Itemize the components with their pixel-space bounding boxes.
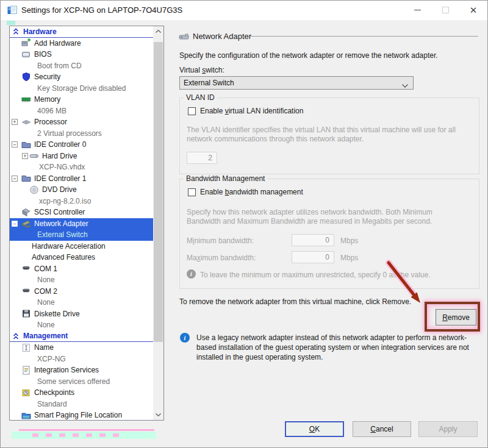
- tree-item-diskette-drive[interactable]: Diskette Drive: [10, 308, 153, 320]
- close-icon[interactable]: ✕: [459, 1, 487, 20]
- virtual-switch-label: Virtual switch:: [179, 66, 224, 74]
- vlan-checkbox-label: Enable virtual LAN identification: [200, 107, 303, 115]
- dvd-drive-icon: [29, 185, 39, 194]
- bandwidth-note: To leave the minimum or maximum unrestri…: [200, 271, 430, 279]
- tree-item-network-adapter[interactable]: −Network Adapter: [10, 218, 153, 230]
- max-bandwidth-unit: Mbps: [340, 254, 358, 262]
- tree-item-subtext-standard: Standard: [10, 399, 153, 410]
- tree-item-label: IDE Controller 1: [34, 174, 86, 183]
- cancel-button[interactable]: Cancel: [353, 421, 411, 437]
- chevron-down-icon: [402, 81, 408, 90]
- tree-item-advanced-features[interactable]: Advanced Features: [10, 252, 153, 263]
- vlan-checkbox[interactable]: [188, 107, 196, 115]
- memory-icon: [21, 95, 31, 104]
- tree-item-checkpoints[interactable]: Checkpoints: [10, 387, 153, 399]
- tree-item-label: Network Adapter: [34, 219, 88, 228]
- scsi-controller-icon: [21, 208, 31, 217]
- security-icon: [21, 73, 31, 82]
- panel-title: Network Adapter: [193, 32, 251, 41]
- collapse-section-icon: [12, 332, 20, 340]
- bios-icon: [21, 50, 31, 59]
- tree-item-ide-controller-1[interactable]: −IDE Controller 1: [10, 173, 153, 185]
- min-bandwidth-input: [292, 234, 334, 246]
- tree-item-label: Add Hardware: [34, 39, 81, 48]
- tree-item-subtext-xcp-ng-8-2-0-iso: xcp-ng-8.2.0.iso: [10, 196, 153, 207]
- tree-item-ide-controller-0[interactable]: −IDE Controller 0: [10, 139, 153, 151]
- tree-item-com-1[interactable]: COM 1: [10, 263, 153, 275]
- tree-scrollbar[interactable]: [153, 26, 163, 420]
- tree-item-label: Processor: [34, 118, 67, 126]
- tree-item-label: Integration Services: [34, 366, 99, 374]
- collapse-section-icon: [12, 27, 20, 35]
- expand-icon[interactable]: +: [22, 153, 28, 159]
- expand-icon[interactable]: +: [12, 119, 18, 125]
- section-label: Hardware: [23, 27, 57, 36]
- maximize-icon: [431, 1, 459, 20]
- tree-item-hard-drive[interactable]: +Hard Drive: [10, 151, 153, 162]
- tree-item-label: BIOS: [34, 50, 52, 59]
- bandwidth-checkbox-label: Enable bandwidth management: [200, 188, 303, 196]
- tree-item-integration-services[interactable]: Integration Services: [10, 364, 153, 376]
- tree-item-dvd-drive[interactable]: DVD Drive: [10, 184, 153, 196]
- ide-controller-icon: [21, 140, 31, 149]
- bandwidth-checkbox[interactable]: [188, 188, 196, 196]
- collapse-icon[interactable]: −: [12, 141, 18, 148]
- tree-item-label: Hard Drive: [42, 152, 77, 160]
- tree-item-hardware-acceleration[interactable]: Hardware Acceleration: [10, 241, 153, 252]
- com-port-icon: [21, 286, 31, 296]
- vlan-group-title: VLAN ID: [184, 93, 217, 102]
- tree-item-name[interactable]: Name: [10, 342, 153, 354]
- processor-icon: [21, 118, 31, 127]
- tree-item-label: Name: [34, 343, 54, 352]
- remove-hint-text: To remove the network adapter from this …: [179, 297, 411, 306]
- network-adapter-icon: [21, 219, 31, 228]
- remove-button[interactable]: Remove: [436, 309, 476, 325]
- window-title: Settings for XCP-NG on LAPTOP-7O4U7G3S: [21, 5, 182, 15]
- tree-item-label: Smart Paging File Location: [34, 411, 122, 419]
- virtual-switch-value: External Switch: [184, 79, 234, 87]
- bandwidth-groupbox: Bandwidth Management Enable bandwidth ma…: [179, 179, 479, 289]
- tree-section-management[interactable]: Management: [10, 331, 153, 343]
- screenshot-artifact: [12, 432, 156, 439]
- tree-item-bios[interactable]: BIOS: [10, 49, 153, 60]
- title-bar: Settings for XCP-NG on LAPTOP-7O4U7G3S ✕: [1, 1, 487, 20]
- tree-item-subtext-key-storage-drive-disabled: Key Storage Drive disabled: [10, 83, 153, 94]
- ide-controller-icon: [21, 174, 31, 183]
- vlan-id-input: [187, 152, 217, 164]
- max-bandwidth-label: Maximum bandwidth:: [187, 254, 256, 262]
- diskette-drive-icon: [21, 309, 31, 318]
- scroll-down-icon[interactable]: [153, 410, 163, 420]
- collapse-icon[interactable]: −: [12, 176, 18, 182]
- tree-section-hardware[interactable]: Hardware: [10, 26, 153, 38]
- scrollbar-thumb[interactable]: [154, 42, 163, 342]
- tree-item-subtext-boot-from-cd: Boot from CD: [10, 60, 153, 72]
- info-icon-legacy: i: [180, 333, 190, 343]
- tree-item-memory[interactable]: Memory: [10, 94, 153, 105]
- window-settings-icon: [7, 5, 18, 15]
- screenshot-artifact: [7, 21, 15, 25]
- tree-item-subtext-2-virtual-processors: 2 Virtual processors: [10, 128, 153, 140]
- tree-item-subtext-none: None: [10, 319, 153, 331]
- panel-intro-text: Specify the configuration of the network…: [179, 51, 438, 60]
- info-icon: i: [187, 269, 196, 279]
- tree-item-label: COM 2: [34, 287, 57, 296]
- tree-item-scsi-controller[interactable]: SCSI Controller: [10, 207, 153, 218]
- minimize-icon[interactable]: [403, 1, 431, 20]
- tree-item-add-hardware[interactable]: Add Hardware: [10, 38, 153, 49]
- tree-item-processor[interactable]: +Processor: [10, 116, 153, 128]
- tree-item-label: Diskette Drive: [34, 310, 80, 318]
- ok-button[interactable]: OK: [285, 421, 344, 437]
- add-hardware-icon: [21, 38, 31, 48]
- virtual-switch-dropdown[interactable]: External Switch: [179, 76, 414, 90]
- tree-item-com-2[interactable]: COM 2: [10, 286, 153, 297]
- tree-item-label: Memory: [34, 95, 60, 104]
- tree-item-label: COM 1: [34, 265, 57, 273]
- tree-item-security[interactable]: Security: [10, 71, 153, 83]
- tree-item-smart-paging-file-location[interactable]: Smart Paging File Location: [10, 410, 153, 420]
- scroll-up-icon[interactable]: [153, 26, 163, 37]
- smart-paging-icon: [21, 411, 31, 420]
- tree-item-label: IDE Controller 0: [34, 140, 86, 149]
- hard-drive-icon: [29, 151, 39, 160]
- collapse-icon[interactable]: −: [12, 221, 18, 227]
- tree-item-label: Checkpoints: [34, 388, 74, 397]
